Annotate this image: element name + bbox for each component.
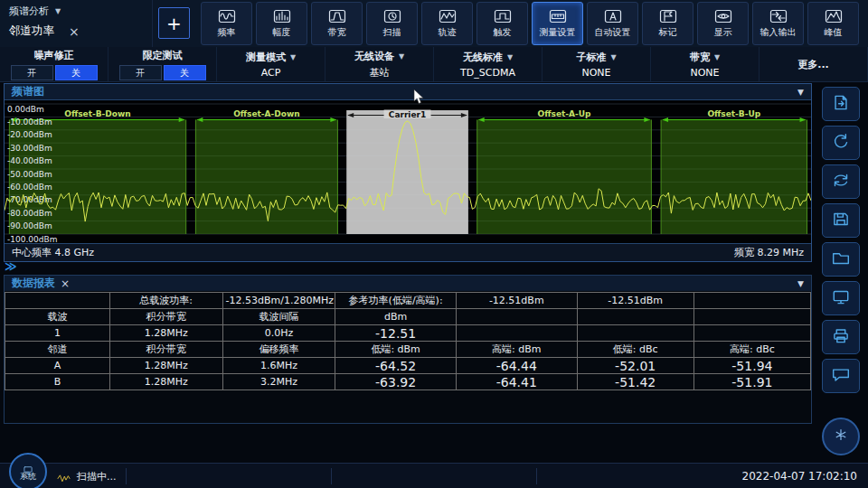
y-axis-label: -20.00dBm (7, 130, 52, 139)
sweep-icon (383, 9, 401, 24)
autoset-icon (604, 9, 622, 24)
setting-value: ACP (261, 67, 281, 79)
toolbar-button-label: 测量设置 (540, 26, 576, 39)
toggle-option-关[interactable]: 关 (55, 65, 98, 80)
collapse-report-icon[interactable]: ▼ (797, 279, 804, 288)
dropdown-caret-icon: ▼ (714, 53, 720, 61)
trigger-icon (494, 9, 512, 24)
spectrum-plot-svg: Offset-B-DownOffset-A-DownCarrier1Offset… (5, 100, 811, 243)
recall-button[interactable] (822, 87, 860, 121)
meas-icon (549, 9, 567, 24)
total-power-value: -12.53dBm/1.280MHz (222, 293, 335, 309)
setting-dropdown-测量模式[interactable]: 测量模式▼ACP (217, 47, 326, 81)
toolbar-button-marker[interactable]: 标记 (642, 2, 693, 45)
setting-value: TD_SCDMA (460, 67, 515, 79)
folder-icon (830, 249, 852, 270)
region-label: Carrier1 (389, 110, 426, 119)
close-measurement-icon[interactable]: × (69, 27, 80, 36)
system-button[interactable]: 系统 (9, 453, 47, 488)
toolbar-button-io[interactable]: 输入输出 (752, 2, 804, 45)
toggle-option-开[interactable]: 开 (119, 65, 162, 80)
toolbar-button-autoset[interactable]: 自动设置 (587, 2, 638, 45)
report-panel-title: 数据报表 (12, 276, 55, 291)
ref-power-label: 参考功率(低端/高端): (335, 293, 457, 309)
dropdown-caret-icon: ▼ (399, 52, 404, 61)
setting-dropdown-子标准[interactable]: 子标准▼NONE (542, 47, 651, 81)
spectrum-plot[interactable]: Offset-B-DownOffset-A-DownCarrier1Offset… (5, 99, 811, 244)
span-readout: 频宽 8.29 MHz (734, 246, 804, 259)
add-measurement-button[interactable]: + (158, 7, 190, 39)
bw-icon (328, 9, 346, 24)
spectrum-footer: 中心频率 4.8 GHz 频宽 8.29 MHz (5, 244, 811, 261)
setting-label: 限定测试 (143, 49, 183, 62)
peak-icon (825, 9, 843, 24)
folder-button[interactable] (822, 242, 860, 277)
screenshot-button[interactable] (822, 281, 860, 315)
y-axis-label: -30.00dBm (7, 144, 52, 153)
measurement-title: 邻道功率 (9, 23, 54, 39)
dropdown-caret-icon: ▼ (507, 53, 513, 61)
setting-label: 无线设备▼ (354, 50, 404, 63)
toolbar-button-amp[interactable]: 幅度 (256, 2, 307, 45)
datetime: 2022-04-07 17:02:10 (733, 470, 868, 483)
marker-icon (659, 9, 677, 24)
ref-power-low: -12.51dBm (456, 293, 577, 309)
dropdown-caret-icon: ▼ (610, 53, 616, 61)
setting-dropdown-无线设备[interactable]: 无线设备▼基站 (326, 47, 434, 81)
toolbar-button-display[interactable]: 显示 (697, 2, 749, 45)
mode-title: 频谱分析 (9, 5, 49, 18)
toolbar: 频率幅度带宽扫描轨迹触发测量设置自动设置标记显示输入输出峰值 (201, 0, 859, 47)
message-button[interactable] (822, 359, 860, 393)
setting-label: 带宽▼ (690, 51, 720, 64)
setting-dropdown-带宽[interactable]: 带宽▼NONE (651, 47, 760, 81)
y-axis-label: 0.00dBm (7, 105, 44, 114)
toolbar-button-label: 扫描 (383, 26, 401, 39)
report-panel-header: 数据报表 × ▼ (5, 276, 811, 291)
toolbar-button-peak[interactable]: 峰值 (807, 2, 859, 45)
setting-value: NONE (690, 67, 719, 79)
asterisk-button[interactable] (822, 418, 860, 455)
setting-more-更多...[interactable]: 更多... (760, 47, 868, 81)
toolbar-button-meas[interactable]: 测量设置 (532, 2, 583, 45)
sync-button[interactable] (822, 164, 860, 199)
report-table: 总载波功率: -12.53dBm/1.280MHz 参考功率(低端/高端): -… (5, 292, 811, 390)
save-button[interactable] (822, 203, 860, 238)
toolbar-button-sweep[interactable]: 扫描 (366, 2, 418, 45)
dropdown-caret-icon: ▼ (290, 53, 296, 61)
setting-label: 噪声修正 (34, 49, 74, 62)
right-sidebar (814, 81, 868, 463)
setting-label: 更多... (797, 58, 829, 71)
expand-icon[interactable]: ≫ (5, 261, 17, 272)
toolbar-button-label: 幅度 (273, 26, 291, 39)
collapse-spectrum-icon[interactable]: ▼ (797, 88, 804, 97)
toggle-option-开[interactable]: 开 (11, 65, 53, 80)
adjacent-header-row: 邻道 积分带宽 偏移频率 低端: dBm 高端: dBm 低端: dBc 高端:… (5, 342, 811, 358)
mode-caret-icon[interactable]: ▼ (55, 7, 61, 15)
redo-icon (830, 133, 852, 154)
setting-dropdown-无线标准[interactable]: 无线标准▼TD_SCDMA (434, 47, 542, 81)
setting-toggle-限定测试: 限定测试开关 (108, 47, 217, 81)
amp-icon (273, 9, 291, 24)
freq-icon (218, 9, 236, 24)
spectrum-panel-title: 频谱图 (12, 84, 44, 99)
close-report-icon[interactable]: × (61, 279, 70, 288)
y-axis-label: -50.00dBm (7, 170, 52, 179)
toolbar-button-freq[interactable]: 频率 (201, 2, 252, 45)
printer-button[interactable] (822, 320, 860, 354)
toggle-option-关[interactable]: 关 (164, 65, 206, 80)
y-axis-label: -90.00dBm (7, 221, 52, 230)
toolbar-button-trace[interactable]: 轨迹 (421, 2, 473, 45)
toolbar-button-label: 带宽 (328, 26, 346, 39)
center-frequency-readout: 中心频率 4.8 GHz (12, 246, 94, 259)
asterisk-icon (832, 427, 850, 446)
toolbar-button-trigger[interactable]: 触发 (476, 2, 528, 45)
main-area: 频谱图 ▼ Offset-B-DownOffset-A-DownCarrier1… (0, 81, 814, 463)
measurement-title-block[interactable]: 频谱分析 ▼ 邻道功率 × (0, 0, 153, 47)
spectrum-panel-header: 频谱图 ▼ (5, 84, 811, 99)
redo-button[interactable] (822, 126, 860, 160)
carrier-data-row: 1 1.28MHz 0.0Hz -12.51 (5, 325, 811, 342)
region-label: Offset-B-Up (707, 109, 760, 118)
toolbar-button-bw[interactable]: 带宽 (311, 2, 363, 45)
region-Offset-A-Up (477, 119, 652, 234)
spectrum-panel: 频谱图 ▼ Offset-B-DownOffset-A-DownCarrier1… (4, 83, 812, 262)
